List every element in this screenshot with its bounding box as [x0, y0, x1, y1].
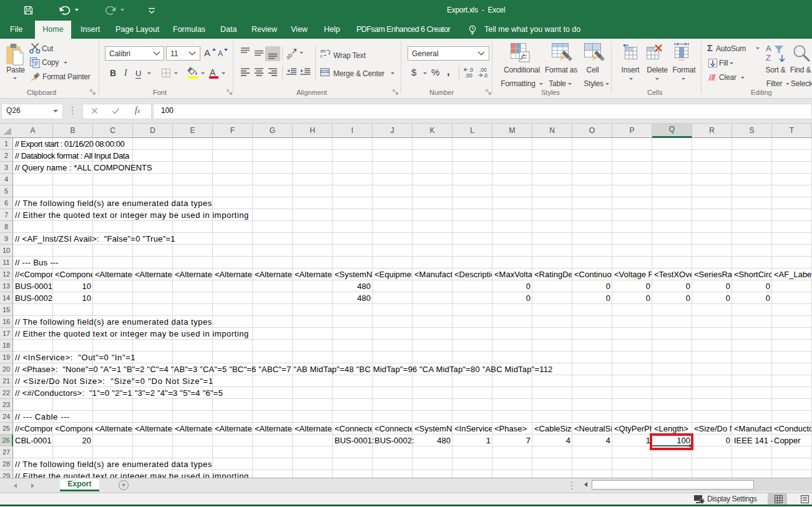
- svg-text:.00: .00: [465, 72, 472, 78]
- svg-text:.0: .0: [483, 72, 487, 78]
- svg-text:Z: Z: [766, 53, 771, 62]
- svg-text:A: A: [766, 44, 771, 53]
- svg-text:c: c: [320, 53, 323, 58]
- svg-text:ab: ab: [286, 51, 294, 60]
